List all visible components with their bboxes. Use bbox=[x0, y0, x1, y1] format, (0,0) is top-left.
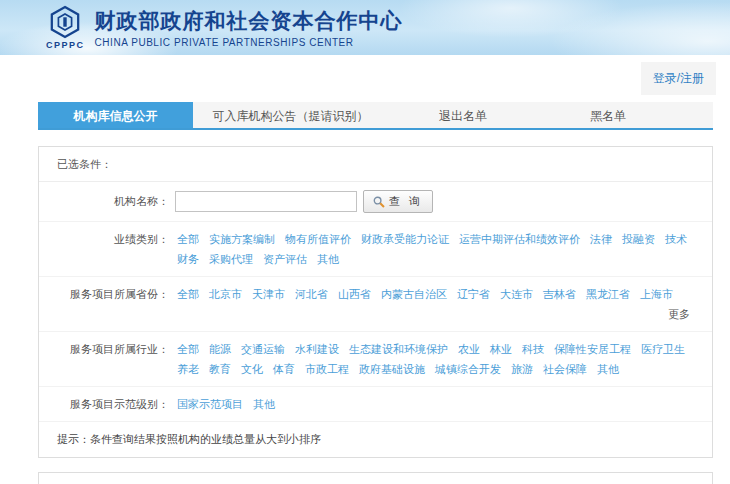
filter-option-link[interactable]: 旅游 bbox=[511, 359, 533, 379]
filter-option-link[interactable]: 物有所值评价 bbox=[285, 229, 351, 249]
filter-row: 业绩类别：全部实施方案编制物有所值评价财政承受能力论证运营中期评估和绩效评价法律… bbox=[39, 222, 712, 277]
selected-conditions-label: 已选条件： bbox=[39, 147, 712, 182]
tip-text: 提示：条件查询结果按照机构的业绩总量从大到小排序 bbox=[39, 422, 712, 457]
filter-option-link[interactable]: 农业 bbox=[458, 339, 480, 359]
filter-options: 全部实施方案编制物有所值评价财政承受能力论证运营中期评估和绩效评价法律投融资技术… bbox=[177, 229, 694, 269]
login-bar: 登录/注册 bbox=[0, 55, 730, 102]
filter-option-link[interactable]: 科技 bbox=[522, 339, 544, 359]
tab-item[interactable]: 黑名单 bbox=[538, 102, 678, 128]
site-header: CPPPC 财政部政府和社会资本合作中心 CHINA PUBLIC PRIVAT… bbox=[0, 0, 730, 55]
filter-option-link[interactable]: 大连市 bbox=[500, 284, 533, 304]
filter-row: 服务项目所属行业：全部能源交通运输水利建设生态建设和环境保护农业林业科技保障性安… bbox=[39, 332, 712, 387]
filter-option-link[interactable]: 医疗卫生 bbox=[641, 339, 685, 359]
filter-option-link[interactable]: 河北省 bbox=[295, 284, 328, 304]
filter-option-link[interactable]: 体育 bbox=[273, 359, 295, 379]
login-register-link[interactable]: 登录/注册 bbox=[641, 62, 716, 95]
filter-option-link[interactable]: 水利建设 bbox=[295, 339, 339, 359]
filter-option-link[interactable]: 全部 bbox=[177, 339, 199, 359]
tab-bar: 机构库信息公开可入库机构公告（提请识别）退出名单黑名单 bbox=[38, 102, 713, 130]
filter-panel: 已选条件： 机构名称： 查 询 业绩类别：全部实施方案编制物有所值评价财政承受能… bbox=[38, 146, 713, 458]
filter-option-link[interactable]: 辽宁省 bbox=[457, 284, 490, 304]
filter-option-link[interactable]: 吉林省 bbox=[543, 284, 576, 304]
org-name-input[interactable] bbox=[175, 191, 357, 212]
filter-option-link[interactable]: 法律 bbox=[590, 229, 612, 249]
tab-item[interactable]: 退出名单 bbox=[388, 102, 538, 128]
filter-row-label: 服务项目所属行业： bbox=[57, 339, 169, 379]
filter-option-link[interactable]: 其他 bbox=[253, 394, 275, 414]
filter-option-link[interactable]: 生态建设和环境保护 bbox=[349, 339, 448, 359]
filter-option-link[interactable]: 技术 bbox=[665, 229, 687, 249]
filter-option-link[interactable]: 能源 bbox=[209, 339, 231, 359]
filter-option-link[interactable]: 资产评估 bbox=[263, 249, 307, 269]
filter-option-link[interactable]: 财务 bbox=[177, 249, 199, 269]
filter-option-link[interactable]: 黑龙江省 bbox=[586, 284, 630, 304]
result-card: 筑城河北 筑城河北建设投资咨询有限公司 筑城河北建设投资咨询有限公司，简称“筑城… bbox=[38, 472, 713, 484]
filter-option-link[interactable]: 文化 bbox=[241, 359, 263, 379]
filter-option-link[interactable]: 财政承受能力论证 bbox=[361, 229, 449, 249]
site-subtitle: CHINA PUBLIC PRIVATE PARTNERSHIPS CENTER bbox=[95, 37, 403, 48]
filter-option-link[interactable]: 保障性安居工程 bbox=[554, 339, 631, 359]
search-icon bbox=[373, 196, 385, 208]
filter-option-link[interactable]: 林业 bbox=[490, 339, 512, 359]
filter-option-link[interactable]: 上海市 bbox=[640, 284, 673, 304]
filter-option-link[interactable]: 全部 bbox=[177, 284, 199, 304]
filter-option-link[interactable]: 天津市 bbox=[252, 284, 285, 304]
filter-row-label: 服务项目示范级别： bbox=[57, 394, 169, 414]
tab-item[interactable]: 可入库机构公告（提请识别） bbox=[193, 102, 388, 128]
cpppc-emblem-icon bbox=[49, 5, 81, 39]
search-button[interactable]: 查 询 bbox=[363, 190, 433, 213]
filter-option-link[interactable]: 采购代理 bbox=[209, 249, 253, 269]
org-name-row: 机构名称： 查 询 bbox=[39, 182, 712, 222]
site-logo[interactable]: CPPPC bbox=[46, 5, 85, 50]
filter-option-link[interactable]: 全部 bbox=[177, 229, 199, 249]
filter-options: 全部北京市天津市河北省山西省内蒙古自治区辽宁省大连市吉林省黑龙江省上海市更多 bbox=[177, 284, 694, 324]
filter-row: 服务项目示范级别：国家示范项目其他 bbox=[39, 387, 712, 422]
filter-option-link[interactable]: 实施方案编制 bbox=[209, 229, 275, 249]
filter-row: 服务项目所属省份：全部北京市天津市河北省山西省内蒙古自治区辽宁省大连市吉林省黑龙… bbox=[39, 277, 712, 332]
org-name-label: 机构名称： bbox=[57, 194, 169, 209]
filter-option-link[interactable]: 国家示范项目 bbox=[177, 394, 243, 414]
filter-option-link[interactable]: 政府基础设施 bbox=[359, 359, 425, 379]
filter-options: 国家示范项目其他 bbox=[177, 394, 694, 414]
filter-option-link[interactable]: 城镇综合开发 bbox=[435, 359, 501, 379]
filter-row-label: 业绩类别： bbox=[57, 229, 169, 269]
filter-option-link[interactable]: 运营中期评估和绩效评价 bbox=[459, 229, 580, 249]
filter-option-link[interactable]: 山西省 bbox=[338, 284, 371, 304]
search-button-label: 查 询 bbox=[389, 194, 423, 209]
filter-option-link[interactable]: 养老 bbox=[177, 359, 199, 379]
filter-option-link[interactable]: 社会保障 bbox=[543, 359, 587, 379]
filter-option-link[interactable]: 北京市 bbox=[209, 284, 242, 304]
logo-acronym: CPPPC bbox=[46, 40, 85, 50]
filter-option-link[interactable]: 内蒙古自治区 bbox=[381, 284, 447, 304]
filter-row-label: 服务项目所属省份： bbox=[57, 284, 169, 324]
filter-rows: 业绩类别：全部实施方案编制物有所值评价财政承受能力论证运营中期评估和绩效评价法律… bbox=[39, 222, 712, 422]
filter-option-link[interactable]: 教育 bbox=[209, 359, 231, 379]
site-titles: 财政部政府和社会资本合作中心 CHINA PUBLIC PRIVATE PART… bbox=[95, 7, 403, 48]
more-link[interactable]: 更多 bbox=[668, 304, 694, 324]
filter-options: 全部能源交通运输水利建设生态建设和环境保护农业林业科技保障性安居工程医疗卫生养老… bbox=[177, 339, 694, 379]
site-title: 财政部政府和社会资本合作中心 bbox=[95, 7, 403, 35]
filter-option-link[interactable]: 市政工程 bbox=[305, 359, 349, 379]
filter-option-link[interactable]: 其他 bbox=[597, 359, 619, 379]
filter-option-link[interactable]: 交通运输 bbox=[241, 339, 285, 359]
filter-option-link[interactable]: 其他 bbox=[317, 249, 339, 269]
tab-active[interactable]: 机构库信息公开 bbox=[38, 102, 193, 128]
filter-option-link[interactable]: 投融资 bbox=[622, 229, 655, 249]
